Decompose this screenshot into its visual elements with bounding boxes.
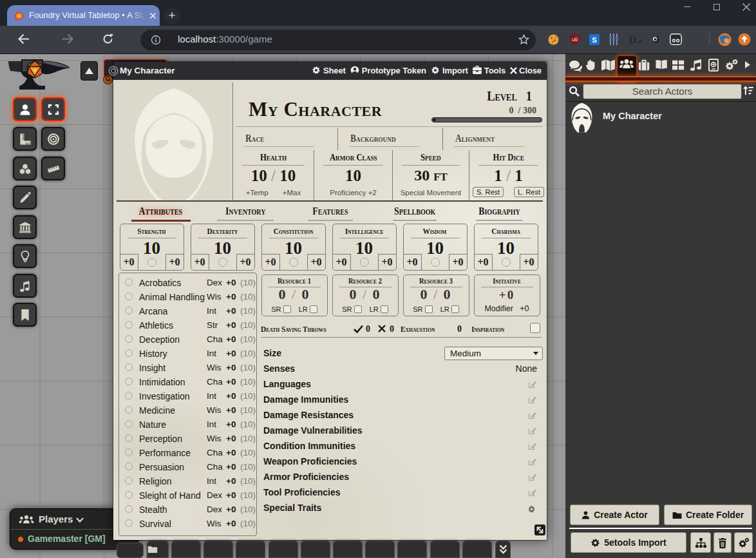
svg-text:S: S xyxy=(592,36,596,44)
svg-text:U0: U0 xyxy=(572,37,578,42)
svg-text:D: D xyxy=(629,35,636,45)
